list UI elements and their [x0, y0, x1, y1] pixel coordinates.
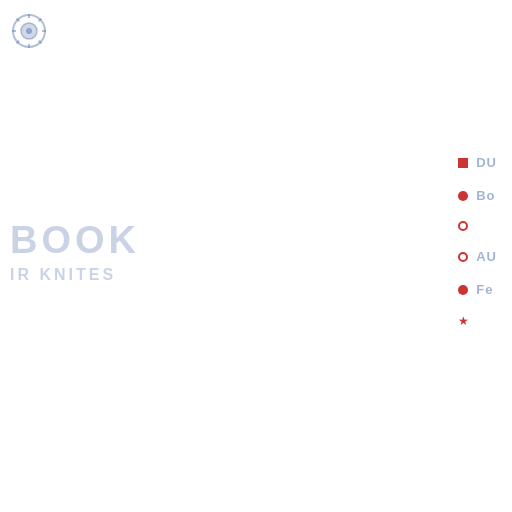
- logo-area: [8, 10, 50, 52]
- menu-item-1[interactable]: DU: [458, 155, 497, 170]
- red-circle-icon-2: [458, 191, 468, 201]
- main-title: BOOK: [10, 220, 140, 262]
- menu-item-3[interactable]: [458, 221, 476, 231]
- menu-item-6[interactable]: ★: [458, 315, 478, 327]
- menu-item-2[interactable]: Bo: [458, 188, 495, 203]
- gear-svg: [8, 10, 50, 52]
- menu-label-2: Bo: [476, 188, 495, 203]
- red-star-icon-6: ★: [458, 315, 470, 327]
- red-circle-outline-icon-4: [458, 252, 468, 262]
- red-circle-outline-icon-3: [458, 221, 468, 231]
- menu-item-4[interactable]: AU: [458, 249, 497, 264]
- right-menu: DU Bo AU Fe ★: [458, 155, 497, 327]
- svg-point-10: [26, 28, 32, 34]
- menu-label-4: AU: [476, 249, 497, 264]
- logo-icon: [8, 10, 50, 52]
- red-circle-icon-5: [458, 285, 468, 295]
- menu-label-1: DU: [476, 155, 497, 170]
- main-subtitle: IR KNITES: [10, 266, 140, 284]
- menu-item-5[interactable]: Fe: [458, 282, 493, 297]
- red-square-icon-1: [458, 158, 468, 168]
- left-content: BOOK IR KNITES: [10, 220, 140, 284]
- menu-label-5: Fe: [476, 282, 493, 297]
